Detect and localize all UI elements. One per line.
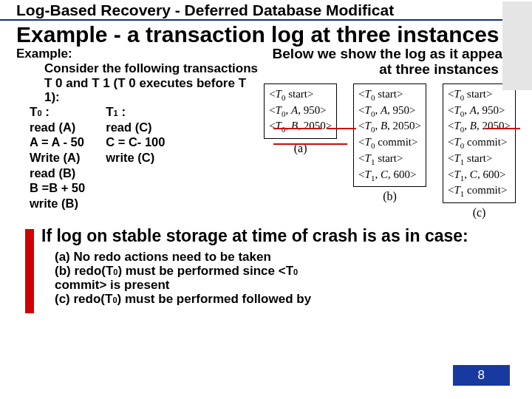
t1-op: C = C- 100	[106, 134, 165, 150]
log-figure: <T0 start> <T0, A, 950> <T0, B, 2050> (a…	[264, 83, 516, 219]
log-intro: Below we show the log as it appears at t…	[264, 47, 516, 78]
t1-op: read (C)	[106, 120, 165, 135]
red-underline	[273, 143, 347, 145]
t0-op: read (A)	[30, 120, 85, 135]
case-a: (a) No redo actions need to be taken	[41, 250, 507, 264]
t0-column: T0 : read (A) A = A - 50 Write (A) read …	[30, 105, 85, 211]
case-b: (b) redo(T0) must be performed since <T0…	[41, 264, 507, 292]
consider-text: Consider the following transactions T 0 …	[16, 61, 264, 105]
log-c-box: <T0 start> <T0, A, 950> <T0, B, 2050> <T…	[443, 83, 516, 203]
log-b-caption: (b)	[383, 190, 397, 203]
content-body: Example: Consider the following transact…	[0, 47, 532, 219]
log-c-col: <T0 start> <T0, A, 950> <T0, B, 2050> <T…	[443, 83, 516, 219]
case-c: (c) redo(T0) must be performed followed …	[41, 292, 507, 306]
log-b-col: <T0 start> <T0, A, 950> <T0, B, 2050> <T…	[353, 83, 426, 219]
slide-title: Example - a transaction log at three ins…	[0, 22, 532, 47]
crash-lead: If log on stable storage at time of cras…	[25, 227, 507, 245]
log-column: Below we show the log as it appears at t…	[264, 47, 516, 219]
t0-op: A = A - 50	[30, 134, 85, 150]
t0-op: write (B)	[30, 196, 85, 211]
t1-column: T1 : read (C) C = C- 100 write (C)	[106, 105, 165, 211]
slide-number: 8	[453, 365, 510, 386]
crash-section: If log on stable storage at time of cras…	[0, 219, 532, 306]
red-underline	[273, 128, 321, 129]
case-list: (a) No redo actions need to be taken (b)…	[25, 245, 507, 306]
t1-op: write (C)	[106, 150, 165, 166]
t0-op: Write (A)	[30, 150, 85, 166]
t1-heading: T1 :	[106, 105, 165, 120]
transaction-columns: T0 : read (A) A = A - 50 Write (A) read …	[16, 105, 264, 211]
t0-op: B =B + 50	[30, 180, 85, 196]
red-underline	[327, 128, 356, 129]
red-underline	[485, 128, 520, 129]
log-c-caption: (c)	[473, 206, 486, 219]
example-column: Example: Consider the following transact…	[16, 47, 264, 219]
page-band-decoration	[502, 1, 532, 90]
log-a-col: <T0 start> <T0, A, 950> <T0, B, 2050> (a…	[264, 83, 337, 219]
log-b-box: <T0 start> <T0, A, 950> <T0, B, 2050> <T…	[353, 83, 426, 188]
example-label: Example:	[16, 47, 264, 61]
t0-op: read (B)	[30, 166, 85, 181]
red-bullet-bar	[25, 245, 34, 313]
topic-heading: Log-Based Recovery - Deferred Database M…	[0, 0, 532, 21]
log-a-box: <T0 start> <T0, A, 950> <T0, B, 2050>	[264, 83, 337, 139]
t0-heading: T0 :	[30, 105, 85, 120]
